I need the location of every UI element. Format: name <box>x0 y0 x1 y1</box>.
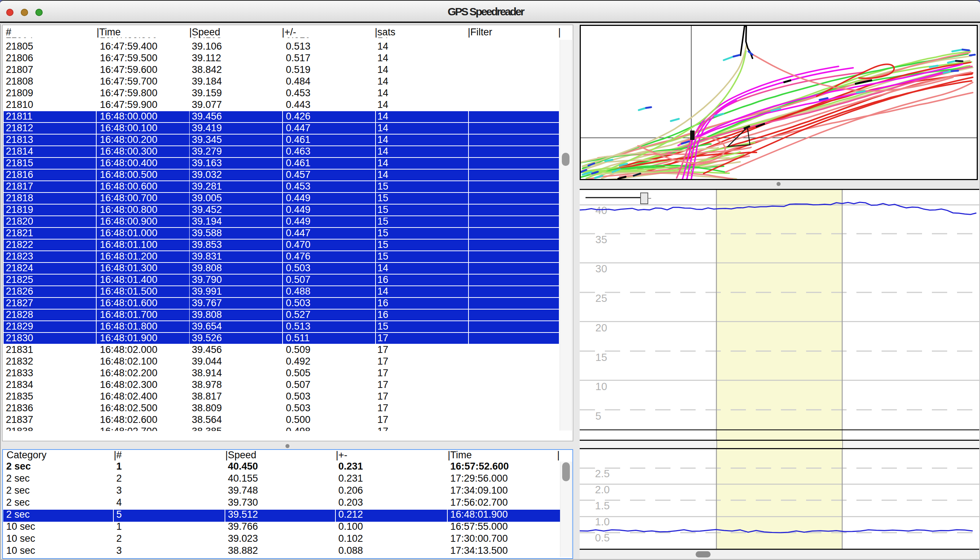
svg-text:0.5: 0.5 <box>595 532 610 543</box>
svg-text:20: 20 <box>595 322 607 333</box>
svg-text:15: 15 <box>595 352 607 363</box>
svg-text:30: 30 <box>595 263 607 275</box>
svg-text:5: 5 <box>595 410 601 422</box>
svg-text:35: 35 <box>595 234 607 245</box>
svg-text:25: 25 <box>595 292 607 304</box>
svg-text:1.0: 1.0 <box>595 516 610 528</box>
svg-text:10: 10 <box>595 381 607 392</box>
svg-text:2.5: 2.5 <box>595 468 610 480</box>
svg-text:2.0: 2.0 <box>595 484 610 495</box>
svg-text:40: 40 <box>595 205 607 216</box>
svg-text:1.5: 1.5 <box>595 500 610 512</box>
